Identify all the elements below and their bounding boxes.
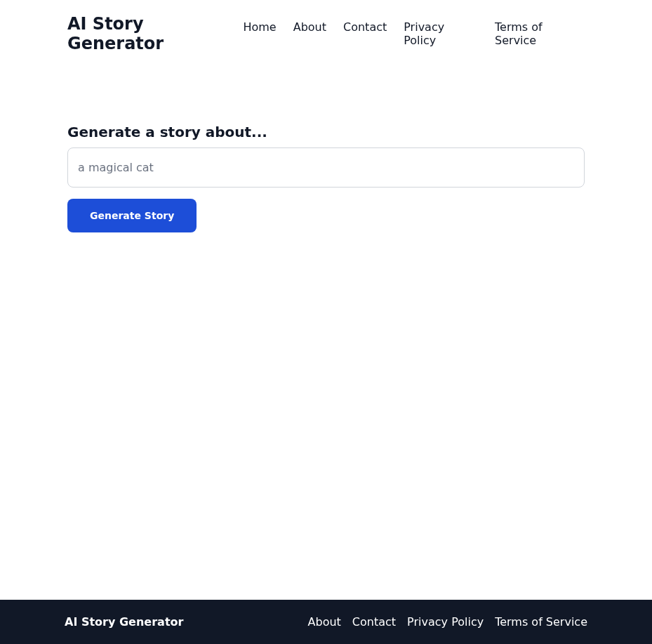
nav-about[interactable]: About <box>293 20 326 47</box>
footer: AI Story Generator About Contact Privacy… <box>0 600 652 644</box>
footer-brand: AI Story Generator <box>65 615 183 629</box>
nav-privacy[interactable]: Privacy Policy <box>404 20 478 47</box>
footer-nav-privacy[interactable]: Privacy Policy <box>407 615 484 629</box>
nav-home[interactable]: Home <box>243 20 276 47</box>
header: AI Story Generator Home About Contact Pr… <box>0 0 652 67</box>
footer-nav-contact[interactable]: Contact <box>352 615 396 629</box>
nav-contact[interactable]: Contact <box>343 20 387 47</box>
nav-terms[interactable]: Terms of Service <box>495 20 585 47</box>
footer-nav-terms[interactable]: Terms of Service <box>495 615 587 629</box>
footer-nav: About Contact Privacy Policy Terms of Se… <box>308 615 587 629</box>
header-nav: Home About Contact Privacy Policy Terms … <box>243 20 585 47</box>
generate-story-button[interactable]: Generate Story <box>67 199 197 232</box>
story-prompt-input[interactable] <box>67 147 585 188</box>
main-content: Generate a story about... Generate Story <box>0 67 652 600</box>
footer-nav-about[interactable]: About <box>308 615 341 629</box>
prompt-label: Generate a story about... <box>67 124 585 140</box>
brand-title: AI Story Generator <box>67 14 243 53</box>
